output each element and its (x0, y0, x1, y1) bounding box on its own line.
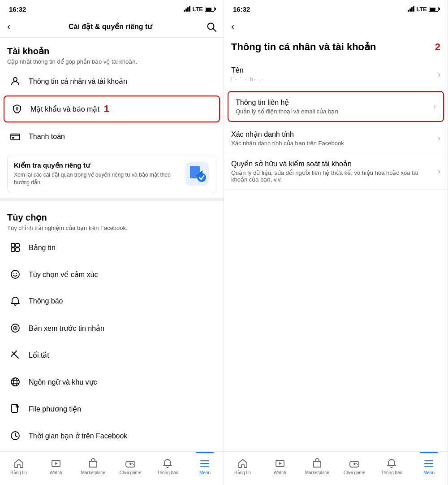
menu-item-newsfeed[interactable]: Bảng tin (0, 234, 224, 261)
status-icons-right: LTE (408, 6, 439, 13)
tab-marketplace-label-left: Marketplace (81, 470, 105, 475)
game-tab-icon-right (349, 458, 360, 469)
status-time-left: 16:32 (9, 5, 26, 13)
info-row-contact-content: Thông tin liên hệ Quản lý số điện thoại … (236, 98, 338, 115)
tab-marketplace-right[interactable]: Marketplace (298, 452, 336, 481)
home-tab-icon-left (13, 458, 24, 469)
tab-bar-left: Bảng tin Watch Marketplace Chơi game Thô… (0, 451, 224, 485)
nav-title-left: Cài đặt & quyền riêng tư (14, 22, 207, 31)
info-row-ownership-desc: Quản lý dữ liệu, sửa đổi người liên hệ t… (231, 169, 434, 183)
info-row-ownership-label: Quyền sở hữu và kiểm soát tài khoản (231, 160, 434, 168)
tab-menu-right[interactable]: Menu (410, 452, 448, 481)
tab-watch-label-right: Watch (274, 470, 286, 475)
tab-watch-label-left: Watch (50, 470, 62, 475)
lte-label-right: LTE (416, 6, 427, 13)
tab-newsfeed-left[interactable]: Bảng tin (0, 452, 37, 481)
menu-item-payment[interactable]: Thanh toán (0, 123, 224, 150)
menu-item-password-security[interactable]: Mật khẩu và bảo mật 1 (4, 95, 220, 122)
right-page-title: Thông tin cá nhân và tài khoản (231, 41, 431, 53)
svg-point-17 (16, 273, 17, 274)
tab-newsfeed-right[interactable]: Bảng tin (224, 452, 261, 481)
person-icon (7, 73, 23, 89)
right-title-area: Thông tin cá nhân và tài khoản 2 (224, 38, 448, 60)
tab-newsfeed-label-left: Bảng tin (10, 470, 27, 475)
notifications-label: Thông báo (29, 297, 63, 305)
chevron-right-icon-name: › (438, 70, 440, 79)
right-content: Thông tin cá nhân và tài khoản 2 Tên l'·… (224, 38, 448, 451)
tab-game-right[interactable]: Chơi game (336, 452, 373, 481)
status-bar-left: 16:32 LTE (0, 0, 224, 16)
watch-tab-icon-left (51, 458, 61, 469)
privacy-card-title: Kiểm tra quyền riêng tư (14, 161, 180, 169)
info-row-contact[interactable]: Thông tin liên hệ Quản lý số điện thoại … (228, 92, 443, 121)
menu-item-shortcuts[interactable]: Lối tắt (0, 342, 224, 368)
menu-item-time[interactable]: Thời gian bạn ở trên Facebook (0, 422, 224, 449)
svg-point-35 (132, 463, 133, 464)
bell-tab-icon-right (386, 458, 397, 469)
tab-notifications-label-left: Thông báo (157, 470, 178, 475)
svg-rect-25 (12, 404, 17, 412)
menu-item-personal-info[interactable]: Thông tin cá nhân và tài khoản (0, 68, 224, 95)
watch-tab-icon-right (275, 458, 285, 469)
tab-notifications-right[interactable]: Thông báo (373, 452, 410, 481)
menu-item-message-preview[interactable]: Bản xem trước tin nhắn (0, 315, 224, 342)
nav-bar-left: ‹ Cài đặt & quyền riêng tư (0, 16, 224, 38)
personal-info-label: Thông tin cá nhân và tài khoản (29, 77, 127, 86)
tab-menu-left[interactable]: Menu (186, 452, 224, 481)
info-row-name-label: Tên (231, 66, 264, 74)
menu-item-emotions[interactable]: Tùy chọn về cảm xúc (0, 261, 224, 288)
signal-icon-left (184, 6, 190, 12)
shortcut-icon (7, 347, 23, 363)
svg-marker-41 (279, 462, 282, 465)
message-preview-label: Bản xem trước tin nhắn (29, 324, 104, 333)
tab-notifications-left[interactable]: Thông báo (149, 452, 186, 481)
options-title: Tùy chọn (7, 212, 216, 223)
info-row-identity-desc: Xác nhận danh tính của bạn trên Facebook (231, 140, 344, 147)
shield-icon (9, 101, 25, 117)
chevron-right-icon-identity: › (438, 134, 440, 143)
clock-icon (7, 428, 23, 444)
marketplace-tab-icon-right (312, 458, 323, 469)
divider-1 (0, 198, 224, 201)
status-bar-right: 16:32 LTE (224, 0, 448, 16)
privacy-card-text: Kiểm tra quyền riêng tư Xem lại các cài … (14, 161, 180, 186)
tab-marketplace-left[interactable]: Marketplace (74, 452, 112, 481)
shortcuts-label: Lối tắt (29, 351, 49, 359)
time-label: Thời gian bạn ở trên Facebook (29, 432, 127, 440)
back-button-right[interactable]: ‹ (231, 21, 234, 33)
tab-marketplace-label-right: Marketplace (305, 470, 329, 475)
tab-game-left[interactable]: Chơi game (112, 452, 149, 481)
tab-watch-right[interactable]: Watch (261, 452, 298, 481)
tab-active-indicator-left (196, 452, 214, 453)
back-button-left[interactable]: ‹ (7, 21, 10, 33)
info-row-name[interactable]: Tên l'· ' · h· .· › (224, 60, 448, 89)
news-icon (7, 239, 23, 255)
privacy-check-card[interactable]: Kiểm tra quyền riêng tư Xem lại các cài … (7, 155, 216, 193)
menu-item-media[interactable]: File phương tiện (0, 395, 224, 422)
search-button-left[interactable] (207, 22, 216, 32)
account-subtitle: Cập nhật thông tin để góp phần bảo vệ tà… (7, 58, 216, 66)
account-section-header: Tài khoản Cập nhật thông tin để góp phần… (0, 38, 224, 68)
tab-game-label-left: Chơi game (120, 470, 142, 475)
menu-tab-icon-right (423, 458, 434, 469)
info-row-identity[interactable]: Xác nhận danh tính Xác nhận danh tính củ… (224, 124, 448, 153)
payment-label: Thanh toán (29, 133, 65, 141)
badge-2: 2 (435, 41, 440, 53)
left-panel: 16:32 LTE ‹ Cài đặt & quyền riêng tư (0, 0, 224, 485)
svg-point-20 (15, 328, 16, 329)
menu-item-notifications[interactable]: Thông báo (0, 288, 224, 315)
tab-watch-left[interactable]: Watch (37, 452, 74, 481)
info-row-ownership[interactable]: Quyền sở hữu và kiểm soát tài khoản Quản… (224, 153, 448, 190)
svg-point-2 (13, 78, 17, 81)
info-row-name-value: l'· ' · h· .· (231, 76, 264, 82)
svg-point-46 (357, 464, 358, 465)
home-tab-icon-right (237, 458, 248, 469)
signal-icon-right (408, 6, 414, 12)
media-label: File phương tiện (29, 405, 81, 413)
info-row-identity-content: Xác nhận danh tính Xác nhận danh tính củ… (231, 130, 344, 147)
right-panel: 16:32 LTE ‹ Thông tin cá nhân và tài kho… (224, 0, 448, 485)
info-row-name-content: Tên l'· ' · h· .· (231, 66, 264, 82)
svg-point-15 (11, 270, 19, 278)
menu-item-language[interactable]: Ngôn ngữ và khu vực (0, 368, 224, 395)
marketplace-tab-icon-left (88, 458, 99, 469)
